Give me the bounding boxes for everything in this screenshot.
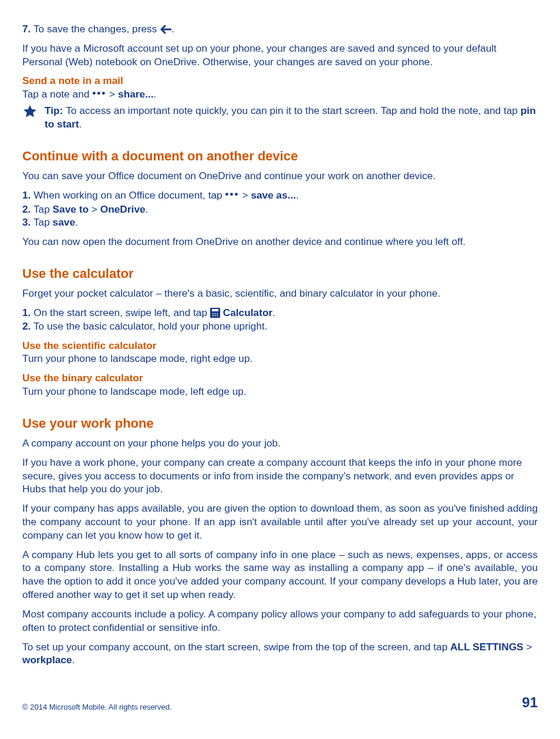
ms-account-note: If you have a Microsoft account set up o…	[22, 42, 538, 69]
heading-work-phone: Use your work phone	[22, 415, 538, 432]
text: >	[239, 189, 251, 201]
continue-outro: You can now open the document from OneDr…	[22, 235, 538, 248]
text: On the start screen, swipe left, and tap	[31, 307, 210, 318]
work-p5: Most company accounts include a policy. …	[22, 607, 538, 634]
work-p2: If you have a work phone, your company c…	[22, 456, 538, 496]
page-number: 91	[522, 693, 538, 712]
continue-step-1: 1. When working on an Office document, t…	[22, 189, 538, 203]
subheading-send-note: Send a note in a mail	[22, 74, 538, 88]
step-number: 7.	[22, 23, 31, 35]
continue-step-2: 2. Tap Save to > OneDrive.	[22, 203, 538, 216]
tip-text: Tip: To access an important note quickly…	[45, 104, 538, 131]
text: Tap	[31, 216, 52, 228]
work-p3: If your company has apps available, you …	[22, 502, 538, 542]
tip-label: Tip:	[45, 105, 66, 116]
text: .	[154, 88, 157, 100]
work-setup: To set up your company account, on the s…	[22, 640, 538, 667]
work-p1: A company account on your phone helps yo…	[22, 436, 538, 450]
all-settings-label: ALL SETTINGS	[450, 641, 524, 653]
heading-calculator: Use the calculator	[22, 265, 538, 282]
step-number: 1.	[22, 307, 31, 318]
work-p4: A company Hub lets you get to all sorts …	[22, 548, 538, 602]
text: >	[89, 203, 100, 215]
workplace-label: workplace	[22, 654, 72, 666]
text: .	[75, 216, 78, 228]
step-7: 7. To save the changes, press .	[22, 22, 538, 36]
step-suffix: .	[171, 23, 174, 35]
page-footer: © 2014 Microsoft Mobile. All rights rese…	[22, 693, 538, 712]
star-icon	[22, 104, 45, 123]
text: .	[146, 203, 149, 215]
send-note-instruction: Tap a note and ••• > share....	[22, 88, 538, 102]
tip-callout: Tip: To access an important note quickly…	[22, 104, 538, 131]
heading-continue: Continue with a document on another devi…	[22, 147, 538, 164]
calculator-icon	[210, 308, 220, 318]
text: To set up your company account, on the s…	[22, 641, 450, 653]
step-number: 1.	[22, 189, 31, 201]
more-dots-icon: •••	[225, 187, 239, 201]
save-to-label: Save to	[53, 203, 89, 215]
save-as-label: save as...	[251, 189, 296, 201]
scientific-body: Turn your phone to landscape mode, right…	[22, 352, 538, 365]
subheading-binary: Use the binary calculator	[22, 371, 538, 385]
share-label: share...	[118, 88, 154, 100]
step-number: 3.	[22, 216, 31, 228]
text: .	[72, 654, 75, 666]
back-arrow-icon	[160, 23, 171, 35]
subheading-scientific: Use the scientific calculator	[22, 339, 538, 352]
copyright-text: © 2014 Microsoft Mobile. All rights rese…	[22, 702, 172, 712]
text: When working on an Office document, tap	[31, 189, 225, 201]
calculator-label: Calculator	[220, 307, 272, 318]
step-number: 2.	[22, 203, 31, 215]
continue-step-3: 3. Tap save.	[22, 216, 538, 229]
calc-intro: Forget your pocket calculator – there's …	[22, 287, 538, 300]
step-text: To save the changes, press	[31, 23, 160, 35]
binary-body: Turn your phone to landscape mode, left …	[22, 385, 538, 398]
text: >	[106, 88, 118, 100]
save-label: save	[53, 216, 75, 228]
text: To use the basic calculator, hold your p…	[31, 320, 267, 332]
text: Tap a note and	[22, 88, 92, 100]
text: .	[296, 189, 299, 201]
calc-step-2: 2. To use the basic calculator, hold you…	[22, 320, 538, 333]
step-number: 2.	[22, 320, 31, 332]
onedrive-label: OneDrive	[100, 203, 146, 215]
text: .	[272, 307, 275, 318]
more-dots-icon: •••	[92, 86, 106, 100]
text: Tap	[31, 203, 52, 215]
continue-intro: You can save your Office document on One…	[22, 169, 538, 183]
text: >	[524, 641, 532, 653]
text: .	[79, 118, 82, 130]
text: To access an important note quickly, you…	[66, 105, 521, 116]
calc-step-1: 1. On the start screen, swipe left, and …	[22, 306, 538, 320]
